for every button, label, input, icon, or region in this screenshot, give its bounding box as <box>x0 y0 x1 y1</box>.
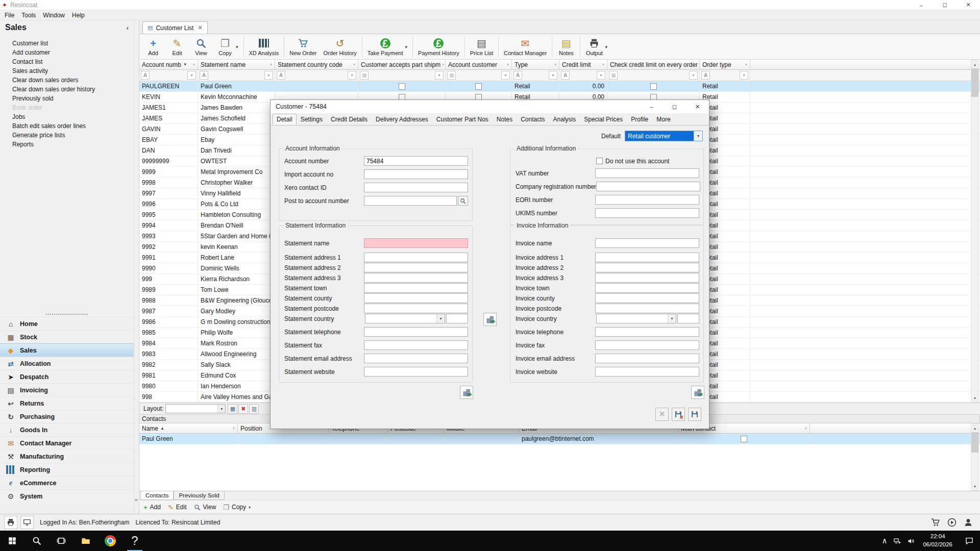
dialog-close-button[interactable]: ✕ <box>686 100 709 113</box>
contacts-scrollbar[interactable]: ▲ ▼ <box>971 423 979 491</box>
filter-funnel-icon[interactable]: ▾ <box>803 426 807 431</box>
filter-funnel-icon[interactable]: ▾ <box>191 62 195 67</box>
column-header-statement-name[interactable]: Statement name▾ <box>198 60 275 69</box>
user-status-icon[interactable] <box>964 518 973 527</box>
filter-funnel-icon[interactable]: ▾ <box>268 62 272 67</box>
layout-combobox[interactable]: ▾ <box>165 404 226 413</box>
dialog-tab-more[interactable]: More <box>652 114 674 125</box>
dialog-tab-detail[interactable]: Detail <box>273 114 297 125</box>
invoice-telephone-input[interactable] <box>595 327 699 337</box>
basket-status-icon[interactable] <box>931 518 940 527</box>
toolbar-button-new-order[interactable]: New Order <box>286 36 320 58</box>
invoice-postcode-input[interactable] <box>595 304 699 313</box>
vat-number-input[interactable] <box>595 168 699 178</box>
filter-funnel-icon[interactable]: ▾ <box>553 62 556 67</box>
filter-mode-button[interactable]: A <box>513 71 522 80</box>
column-header-order-type[interactable]: Order type▾ <box>700 60 750 69</box>
chevron-down-icon[interactable]: ▾ <box>694 131 702 141</box>
column-header-type[interactable]: Type▾ <box>512 60 559 69</box>
sidebar-item-clear-down-sales-orders[interactable]: Clear down sales orders <box>0 76 134 85</box>
statement-name-input[interactable] <box>364 238 468 248</box>
toolbar-button-view[interactable]: View <box>189 36 213 58</box>
filter-mode-button[interactable]: A <box>701 71 710 80</box>
sidebar-item-add-customer[interactable]: Add customer <box>0 48 134 57</box>
dialog-tab-profile[interactable]: Profile <box>627 114 652 125</box>
menu-help[interactable]: Help <box>68 12 88 19</box>
dialog-tab-special-prices[interactable]: Special Prices <box>580 114 627 125</box>
invoice-website-input[interactable] <box>595 367 699 377</box>
filter-button[interactable]: ▾ <box>501 71 510 80</box>
column-header-account-numb[interactable]: Account numb▼▾ <box>139 60 198 69</box>
column-header-statement-country-code[interactable]: Statement country code▾ <box>275 60 358 69</box>
toolbar-button-xd-analysis[interactable]: XD Analysis <box>246 36 282 58</box>
delete-layout-button[interactable]: ✖ <box>238 404 248 414</box>
scroll-thumb[interactable] <box>971 68 978 97</box>
filter-funnel-icon[interactable]: ▾ <box>744 62 747 67</box>
nav-item-goods-in[interactable]: ↓Goods In <box>0 423 134 436</box>
toolbar-button-output[interactable]: Output▾ <box>582 36 610 58</box>
do-not-use-checkbox[interactable] <box>596 158 603 164</box>
nav-item-stock[interactable]: ▦Stock <box>0 330 134 343</box>
nav-item-system[interactable]: ⚙System <box>0 489 134 503</box>
grid-scrollbar[interactable]: ▲ ▼ <box>971 60 979 403</box>
scroll-up-icon[interactable]: ▲ <box>971 424 978 432</box>
statement-telephone-input[interactable] <box>364 327 468 337</box>
default-customer-combobox[interactable]: Retail customer ▾ <box>625 131 703 141</box>
filter-checkbox[interactable] <box>447 71 456 80</box>
nav-item-reporting[interactable]: Reporting <box>0 463 134 476</box>
filter-checkbox[interactable] <box>609 71 618 80</box>
sidebar-item-generate-price-lists[interactable]: Generate price lists <box>0 131 134 140</box>
invoice-address-2-input[interactable] <box>595 263 699 272</box>
taskbar-file-explorer[interactable] <box>74 531 98 551</box>
save-button[interactable] <box>688 408 701 421</box>
column-header-account-customer[interactable]: Account customer▾ <box>446 60 512 69</box>
statement-country-combobox[interactable]: ▾ <box>365 314 445 323</box>
toolbar-button-edit[interactable]: ✎Edit <box>165 36 189 58</box>
toolbar-button-take-payment[interactable]: £Take Payment▾ <box>364 36 410 58</box>
taskbar-start[interactable] <box>0 531 24 551</box>
statement-copy-address-button[interactable] <box>460 386 473 399</box>
toolbar-button-copy[interactable]: ❐Copy▾ <box>213 36 241 58</box>
nav-item-despatch[interactable]: ➤Despatch <box>0 370 134 383</box>
minimize-button[interactable]: ‒ <box>910 0 933 10</box>
invoice-name-input[interactable] <box>595 238 699 248</box>
statement-town-input[interactable] <box>364 283 468 293</box>
sidebar-splitter-handle[interactable] <box>46 314 88 316</box>
filter-funnel-icon[interactable]: ▾ <box>440 62 444 67</box>
menu-tools[interactable]: Tools <box>18 12 39 19</box>
statement-fax-input[interactable] <box>364 340 468 350</box>
dialog-tab-credit-details[interactable]: Credit Details <box>327 114 372 125</box>
toolbar-button-add[interactable]: +Add <box>141 36 165 58</box>
dialog-titlebar[interactable]: Customer - 75484 ‒◻✕ <box>271 100 709 113</box>
statement-address-2-input[interactable] <box>364 263 468 272</box>
filter-button[interactable]: ▾ <box>597 71 605 80</box>
taskbar-chrome[interactable] <box>98 531 122 551</box>
statement-address-1-input[interactable] <box>364 253 468 262</box>
column-menu-icon[interactable]: ▼ <box>183 62 187 67</box>
invoice-address-3-input[interactable] <box>595 273 699 283</box>
account-search-button[interactable] <box>458 196 468 206</box>
import-account-no-input[interactable] <box>364 169 468 179</box>
statement-email-address-input[interactable] <box>364 354 468 363</box>
taskbar-task-view[interactable] <box>49 531 74 551</box>
account-number-input[interactable] <box>364 156 468 166</box>
nav-item-contact-manager[interactable]: ✉Contact Manager <box>0 436 134 449</box>
invoice-town-input[interactable] <box>595 283 699 293</box>
contacts-toolbar-view[interactable]: View <box>194 504 216 511</box>
save-and-close-button[interactable]: ✕ <box>672 408 685 421</box>
contact-row[interactable]: Paul Greenpaulgreen@btinternet.com <box>139 434 980 444</box>
invoice-address-1-input[interactable] <box>595 253 699 262</box>
invoice-fax-input[interactable] <box>595 340 699 350</box>
eori-number-input[interactable] <box>595 195 699 205</box>
dialog-minimize-button[interactable]: ‒ <box>640 100 663 113</box>
scroll-up-icon[interactable]: ▲ <box>971 60 978 68</box>
toolbar-button-notes[interactable]: ▤Notes <box>554 36 578 58</box>
tray-speaker[interactable] <box>907 537 915 545</box>
filter-mode-button[interactable]: A <box>561 71 570 80</box>
toolbar-button-price-list[interactable]: ▤Price List <box>467 36 496 58</box>
taskbar-search[interactable] <box>24 531 49 551</box>
toolbar-button-order-history[interactable]: ↺Order History <box>320 36 359 58</box>
sidebar-item-reports[interactable]: Reports <box>0 140 134 149</box>
nav-item-ecommerce[interactable]: eeCommerce <box>0 476 134 489</box>
nav-item-allocation[interactable]: ⇄Allocation <box>0 357 134 370</box>
